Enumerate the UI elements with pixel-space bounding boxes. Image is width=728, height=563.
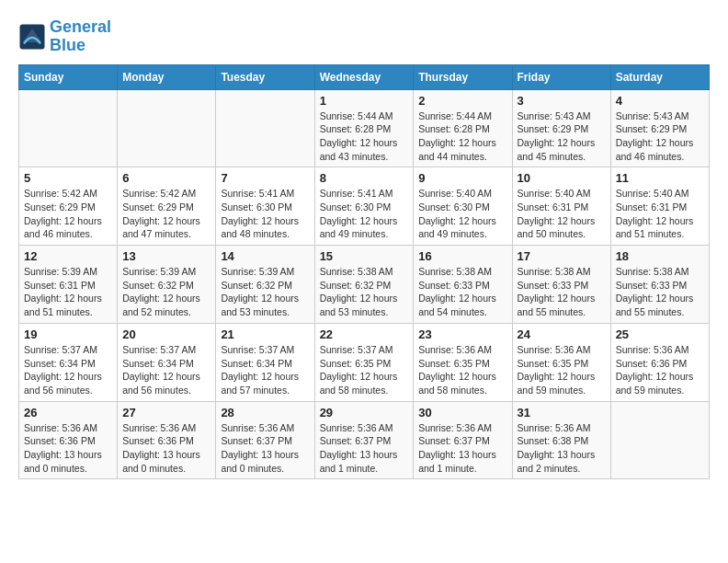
weekday-header-cell: Saturday [610, 64, 709, 89]
day-number: 9 [418, 171, 506, 185]
calendar-cell: 1Sunrise: 5:44 AM Sunset: 6:28 PM Daylig… [314, 89, 414, 167]
day-number: 19 [24, 327, 112, 341]
day-info: Sunrise: 5:42 AM Sunset: 6:29 PM Dayligh… [24, 187, 112, 241]
day-info: Sunrise: 5:37 AM Sunset: 6:34 PM Dayligh… [221, 343, 309, 397]
calendar-cell [216, 89, 314, 167]
day-info: Sunrise: 5:36 AM Sunset: 6:37 PM Dayligh… [418, 421, 506, 476]
day-info: Sunrise: 5:37 AM Sunset: 6:34 PM Dayligh… [122, 343, 210, 397]
weekday-header-cell: Tuesday [216, 64, 314, 89]
calendar-cell: 13Sunrise: 5:39 AM Sunset: 6:32 PM Dayli… [118, 246, 216, 324]
calendar-cell: 24Sunrise: 5:36 AM Sunset: 6:35 PM Dayli… [512, 323, 610, 401]
calendar-body: 1Sunrise: 5:44 AM Sunset: 6:28 PM Daylig… [19, 89, 710, 479]
day-number: 2 [418, 94, 506, 108]
calendar-cell: 11Sunrise: 5:40 AM Sunset: 6:31 PM Dayli… [610, 167, 709, 246]
day-info: Sunrise: 5:43 AM Sunset: 6:29 PM Dayligh… [518, 109, 606, 164]
day-info: Sunrise: 5:38 AM Sunset: 6:33 PM Dayligh… [418, 265, 506, 319]
calendar-cell: 18Sunrise: 5:38 AM Sunset: 6:33 PM Dayli… [610, 246, 709, 324]
logo: General Blue [18, 18, 111, 55]
day-info: Sunrise: 5:37 AM Sunset: 6:35 PM Dayligh… [320, 343, 409, 397]
day-number: 28 [221, 406, 309, 419]
day-info: Sunrise: 5:39 AM Sunset: 6:32 PM Dayligh… [221, 265, 309, 319]
calendar-cell: 9Sunrise: 5:40 AM Sunset: 6:30 PM Daylig… [414, 167, 512, 246]
day-number: 31 [518, 406, 606, 419]
day-number: 29 [320, 406, 409, 419]
calendar-cell: 5Sunrise: 5:42 AM Sunset: 6:29 PM Daylig… [19, 167, 118, 246]
logo-icon [18, 23, 46, 51]
day-number: 20 [122, 327, 210, 341]
logo-text: General Blue [50, 18, 111, 55]
day-number: 21 [221, 327, 309, 341]
weekday-header-row: SundayMondayTuesdayWednesdayThursdayFrid… [19, 64, 710, 89]
calendar-week-row: 19Sunrise: 5:37 AM Sunset: 6:34 PM Dayli… [19, 323, 710, 401]
calendar-cell: 10Sunrise: 5:40 AM Sunset: 6:31 PM Dayli… [512, 167, 610, 246]
day-number: 23 [418, 327, 506, 341]
day-info: Sunrise: 5:36 AM Sunset: 6:37 PM Dayligh… [221, 421, 309, 476]
calendar-cell: 2Sunrise: 5:44 AM Sunset: 6:28 PM Daylig… [414, 89, 512, 167]
calendar-week-row: 5Sunrise: 5:42 AM Sunset: 6:29 PM Daylig… [19, 167, 710, 246]
calendar-week-row: 12Sunrise: 5:39 AM Sunset: 6:31 PM Dayli… [19, 246, 710, 324]
day-number: 1 [320, 94, 409, 108]
calendar-cell: 30Sunrise: 5:36 AM Sunset: 6:37 PM Dayli… [414, 401, 512, 479]
calendar-cell: 26Sunrise: 5:36 AM Sunset: 6:36 PM Dayli… [19, 401, 118, 479]
day-number: 30 [418, 406, 506, 419]
day-number: 7 [221, 171, 309, 185]
day-number: 4 [616, 94, 704, 108]
day-number: 12 [24, 249, 112, 263]
day-info: Sunrise: 5:36 AM Sunset: 6:36 PM Dayligh… [122, 421, 210, 476]
calendar-cell: 28Sunrise: 5:36 AM Sunset: 6:37 PM Dayli… [216, 401, 314, 479]
day-number: 16 [418, 249, 506, 263]
day-number: 22 [320, 327, 409, 341]
calendar-cell [19, 89, 118, 167]
calendar-cell: 25Sunrise: 5:36 AM Sunset: 6:36 PM Dayli… [610, 323, 709, 401]
day-info: Sunrise: 5:37 AM Sunset: 6:34 PM Dayligh… [24, 343, 112, 397]
day-info: Sunrise: 5:44 AM Sunset: 6:28 PM Dayligh… [418, 109, 506, 164]
calendar-cell: 22Sunrise: 5:37 AM Sunset: 6:35 PM Dayli… [314, 323, 414, 401]
day-number: 5 [24, 171, 112, 185]
calendar-cell: 31Sunrise: 5:36 AM Sunset: 6:38 PM Dayli… [512, 401, 610, 479]
day-info: Sunrise: 5:36 AM Sunset: 6:38 PM Dayligh… [518, 421, 606, 476]
day-info: Sunrise: 5:38 AM Sunset: 6:32 PM Dayligh… [320, 265, 409, 319]
day-number: 24 [518, 327, 606, 341]
day-number: 13 [122, 249, 210, 263]
day-info: Sunrise: 5:40 AM Sunset: 6:30 PM Dayligh… [418, 187, 506, 241]
day-info: Sunrise: 5:39 AM Sunset: 6:31 PM Dayligh… [24, 265, 112, 319]
calendar-cell: 21Sunrise: 5:37 AM Sunset: 6:34 PM Dayli… [216, 323, 314, 401]
day-info: Sunrise: 5:44 AM Sunset: 6:28 PM Dayligh… [320, 109, 409, 164]
calendar-cell: 6Sunrise: 5:42 AM Sunset: 6:29 PM Daylig… [118, 167, 216, 246]
day-number: 10 [518, 171, 606, 185]
calendar-cell: 17Sunrise: 5:38 AM Sunset: 6:33 PM Dayli… [512, 246, 610, 324]
day-info: Sunrise: 5:41 AM Sunset: 6:30 PM Dayligh… [221, 187, 309, 241]
calendar-cell: 14Sunrise: 5:39 AM Sunset: 6:32 PM Dayli… [216, 246, 314, 324]
day-info: Sunrise: 5:38 AM Sunset: 6:33 PM Dayligh… [616, 265, 704, 319]
day-number: 14 [221, 249, 309, 263]
day-number: 11 [616, 171, 704, 185]
calendar-cell: 12Sunrise: 5:39 AM Sunset: 6:31 PM Dayli… [19, 246, 118, 324]
calendar-week-row: 26Sunrise: 5:36 AM Sunset: 6:36 PM Dayli… [19, 401, 710, 479]
calendar-week-row: 1Sunrise: 5:44 AM Sunset: 6:28 PM Daylig… [19, 89, 710, 167]
calendar-cell: 8Sunrise: 5:41 AM Sunset: 6:30 PM Daylig… [314, 167, 414, 246]
weekday-header-cell: Thursday [414, 64, 512, 89]
day-number: 25 [616, 327, 704, 341]
calendar-cell: 16Sunrise: 5:38 AM Sunset: 6:33 PM Dayli… [414, 246, 512, 324]
calendar-cell: 19Sunrise: 5:37 AM Sunset: 6:34 PM Dayli… [19, 323, 118, 401]
day-info: Sunrise: 5:42 AM Sunset: 6:29 PM Dayligh… [122, 187, 210, 241]
day-info: Sunrise: 5:40 AM Sunset: 6:31 PM Dayligh… [518, 187, 606, 241]
day-number: 3 [518, 94, 606, 108]
calendar-cell: 7Sunrise: 5:41 AM Sunset: 6:30 PM Daylig… [216, 167, 314, 246]
calendar-cell [118, 89, 216, 167]
day-info: Sunrise: 5:36 AM Sunset: 6:36 PM Dayligh… [24, 421, 112, 476]
weekday-header-cell: Wednesday [314, 64, 414, 89]
day-info: Sunrise: 5:40 AM Sunset: 6:31 PM Dayligh… [616, 187, 704, 241]
day-info: Sunrise: 5:39 AM Sunset: 6:32 PM Dayligh… [122, 265, 210, 319]
day-number: 18 [616, 249, 704, 263]
day-number: 27 [122, 406, 210, 419]
calendar-cell: 4Sunrise: 5:43 AM Sunset: 6:29 PM Daylig… [610, 89, 709, 167]
calendar-cell [610, 401, 709, 479]
day-number: 15 [320, 249, 409, 263]
weekday-header-cell: Monday [118, 64, 216, 89]
day-info: Sunrise: 5:41 AM Sunset: 6:30 PM Dayligh… [320, 187, 409, 241]
day-number: 26 [24, 406, 112, 419]
day-info: Sunrise: 5:43 AM Sunset: 6:29 PM Dayligh… [616, 109, 704, 164]
calendar-cell: 3Sunrise: 5:43 AM Sunset: 6:29 PM Daylig… [512, 89, 610, 167]
day-info: Sunrise: 5:36 AM Sunset: 6:36 PM Dayligh… [616, 343, 704, 397]
